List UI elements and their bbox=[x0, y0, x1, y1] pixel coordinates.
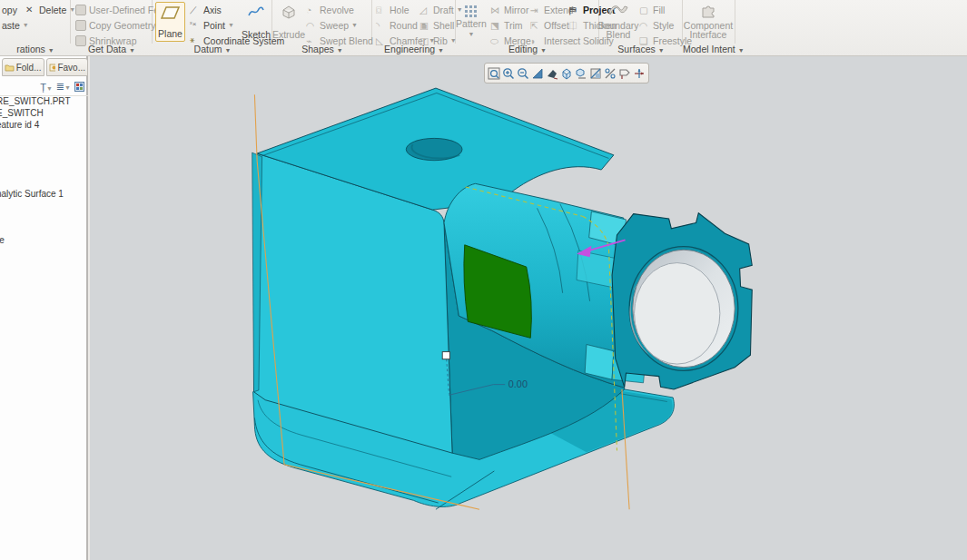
dropdown-caret-icon: ▼ bbox=[23, 22, 29, 28]
ribbon-group-shapes: Extrude ◔Revolve ◠Sweep▼ ⌁Swept Blend bbox=[272, 0, 372, 44]
display-style-icon[interactable] bbox=[588, 65, 602, 81]
fill-button[interactable]: ▢Fill bbox=[639, 3, 665, 16]
pattern-icon bbox=[464, 5, 479, 18]
group-label-get-data[interactable]: Get Data ▼ bbox=[71, 44, 153, 55]
zoom-in-icon[interactable] bbox=[502, 65, 516, 81]
tree-item-part[interactable]: RE_SWITCH.PRT bbox=[0, 96, 71, 106]
offset-value-label: 0.00 bbox=[508, 378, 528, 389]
revolve-icon: ◔ bbox=[306, 5, 317, 15]
annotation-display-icon[interactable] bbox=[617, 65, 631, 81]
tree-filters-button[interactable]: T̩▼ bbox=[40, 82, 53, 93]
ribbon-group-get-data: User-Defined Feature Copy Geometry Shrin… bbox=[71, 0, 153, 44]
graphics-toolbar bbox=[484, 63, 649, 84]
view-manager-icon[interactable] bbox=[574, 65, 587, 81]
copy-button[interactable]: opy bbox=[2, 3, 17, 16]
trim-icon: ⬔ bbox=[490, 20, 501, 31]
datum-plane-button[interactable]: Plane bbox=[155, 2, 185, 42]
folder-icon bbox=[5, 64, 15, 72]
project-icon: ⛿ bbox=[569, 5, 580, 15]
sweep-icon: ◠ bbox=[306, 20, 317, 31]
pattern-button[interactable]: Pattern ▼ bbox=[458, 2, 485, 42]
delete-icon: ✕ bbox=[25, 5, 36, 15]
sketch-icon bbox=[247, 5, 265, 19]
sweep-button[interactable]: ◠Sweep▼ bbox=[306, 18, 358, 32]
shell-button[interactable]: ▣Shell bbox=[419, 18, 454, 32]
group-label-editing[interactable]: Editing ▼ bbox=[456, 44, 599, 55]
repaint-icon[interactable] bbox=[531, 65, 545, 81]
hole-icon: ⌼ bbox=[376, 5, 387, 15]
tab-favorites[interactable]: Favo... bbox=[46, 58, 89, 76]
saved-orientations-icon[interactable] bbox=[560, 65, 574, 81]
zoom-out-icon[interactable] bbox=[517, 65, 530, 81]
dropdown-caret-icon: ▼ bbox=[469, 31, 475, 37]
datum-axis-button[interactable]: ⟋Axis bbox=[190, 3, 222, 16]
group-label-datum[interactable]: Datum ▼ bbox=[153, 44, 272, 55]
group-label-engineering[interactable]: Engineering ▼ bbox=[372, 44, 456, 55]
style-button[interactable]: ◠Style bbox=[639, 18, 674, 32]
mirror-button[interactable]: ⋈Mirror bbox=[490, 3, 528, 16]
extrude-button[interactable]: Extrude bbox=[275, 2, 302, 42]
axis-icon: ⟋ bbox=[190, 5, 201, 15]
delete-button[interactable]: ✕Delete▼ bbox=[25, 3, 75, 16]
ribbon-group-surfaces: Boundary Blend ▢Fill ◠Style ❏Freestyle bbox=[599, 0, 683, 44]
udf-icon bbox=[75, 5, 86, 15]
offset-icon: ⇱ bbox=[530, 20, 541, 31]
group-label-operations[interactable]: rations ▼ bbox=[0, 44, 71, 55]
dropdown-caret-icon: ▼ bbox=[228, 22, 234, 28]
component-interface-button[interactable]: Component Interface bbox=[686, 2, 731, 42]
offset-button[interactable]: ⇱Offset bbox=[530, 18, 569, 32]
paste-button[interactable]: aste▼ bbox=[2, 18, 29, 32]
dropdown-caret-icon: ▼ bbox=[351, 22, 358, 28]
datum-point-button[interactable]: ˣ×Point▼ bbox=[190, 18, 234, 32]
thicken-icon: ⎅ bbox=[569, 20, 580, 31]
group-label-model-intent[interactable]: Model Intent ▼ bbox=[683, 44, 735, 55]
ribbon: opy ✕Delete▼ aste▼ User-Defined Feature … bbox=[0, 0, 967, 56]
ribbon-group-operations: opy ✕Delete▼ aste▼ bbox=[0, 0, 71, 44]
extend-button[interactable]: ⇥Extend bbox=[530, 3, 574, 16]
group-label-shapes[interactable]: Shapes ▼ bbox=[272, 44, 372, 55]
style-icon: ◠ bbox=[639, 20, 650, 31]
hole-button[interactable]: ⌼Hole bbox=[376, 3, 409, 16]
tree-show-button[interactable]: ≣▼ bbox=[56, 81, 71, 93]
tree-item-feature-id[interactable]: eature id 4 bbox=[0, 120, 39, 130]
ribbon-group-datum: Plane ⟋Axis ˣ×Point▼ ⚹Coordinate System … bbox=[153, 0, 272, 44]
datum-display-filters-icon[interactable] bbox=[603, 65, 617, 81]
tab-folder-browser[interactable]: Fold... bbox=[2, 58, 44, 76]
mirror-icon: ⋈ bbox=[490, 5, 501, 15]
graphics-area[interactable]: 0.00 Datum P Placement Display Reference… bbox=[90, 56, 967, 560]
boundary-blend-button[interactable]: Boundary Blend bbox=[601, 2, 636, 42]
boundary-blend-icon bbox=[608, 5, 628, 16]
trim-button[interactable]: ⬔Trim bbox=[490, 18, 523, 32]
tree-item-switch[interactable]: E_SWITCH bbox=[0, 108, 44, 118]
shell-icon: ▣ bbox=[419, 20, 430, 31]
favorites-icon bbox=[49, 64, 56, 72]
group-label-surfaces[interactable]: Surfaces ▼ bbox=[599, 44, 683, 55]
ribbon-group-editing: Pattern ▼ ⋈Mirror ⬔Trim ⬭Merge ⇥Extend ⇱… bbox=[456, 0, 599, 44]
draft-icon: ◿ bbox=[419, 5, 430, 15]
copy-geometry-icon bbox=[75, 20, 86, 31]
copy-geometry-button[interactable]: Copy Geometry bbox=[75, 18, 156, 32]
revolve-button[interactable]: ◔Revolve bbox=[306, 3, 354, 16]
tree-settings-icon[interactable] bbox=[74, 82, 84, 92]
ribbon-group-model-intent: Component Interface bbox=[683, 0, 735, 44]
tree-item-cut[interactable]: re bbox=[0, 235, 5, 245]
ribbon-group-labels: rations ▼ Get Data ▼ Datum ▼ Shapes ▼ En… bbox=[0, 44, 967, 56]
point-icon: ˣ× bbox=[190, 20, 201, 31]
model-tree-panel: Fold... Favo... T̩▼ ≣▼ RE_SWITCH.PRT E_S… bbox=[0, 56, 88, 560]
shaded-view-icon[interactable] bbox=[546, 65, 559, 81]
fill-icon: ▢ bbox=[639, 5, 650, 15]
ribbon-group-engineering: ⌼Hole ◝Round▼ ◺Chamfer▼ ◿Draft▼ ▣Shell ◫… bbox=[372, 0, 456, 44]
plane-icon bbox=[161, 5, 181, 20]
offset-drag-handle[interactable] bbox=[442, 352, 449, 359]
component-interface-icon bbox=[701, 5, 715, 18]
extrude-icon bbox=[281, 5, 297, 19]
extend-icon: ⇥ bbox=[530, 5, 541, 15]
sketch-button[interactable]: Sketch bbox=[242, 2, 271, 42]
model-octagon-plate[interactable] bbox=[612, 213, 752, 389]
spin-center-icon[interactable] bbox=[632, 65, 646, 81]
zoom-window-icon[interactable] bbox=[488, 65, 501, 81]
model-canvas[interactable]: 0.00 bbox=[90, 56, 967, 560]
tree-item-analytic-surface[interactable]: nalytic Surface 1 bbox=[0, 189, 64, 199]
round-icon: ◝ bbox=[376, 20, 387, 31]
